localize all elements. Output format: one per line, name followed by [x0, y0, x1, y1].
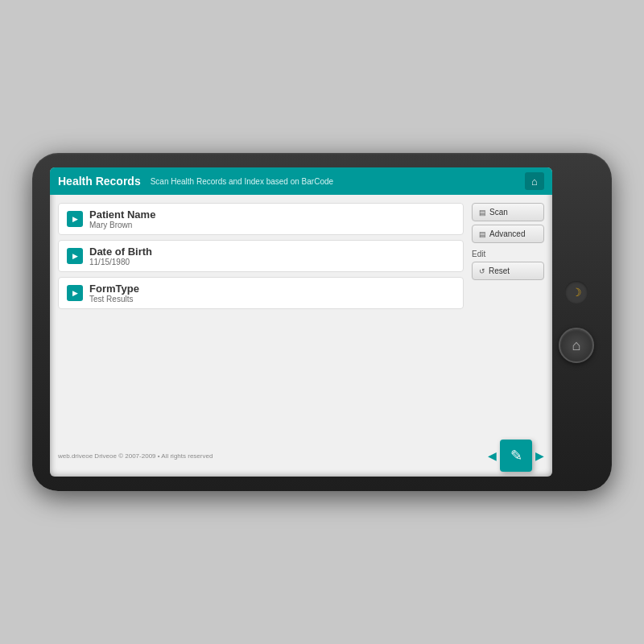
scan-thumb-icon: ✎ — [510, 447, 522, 464]
next-arrow-icon[interactable]: ▶ — [535, 449, 544, 462]
scan-thumbnail[interactable]: ✎ — [500, 440, 532, 472]
arrow-icon-dob: ▶ — [72, 252, 78, 260]
field-row-patient-name[interactable]: ▶ Patient Name Mary Brown — [58, 203, 464, 235]
moon-icon: ☽ — [572, 286, 582, 299]
patient-name-label: Patient Name — [89, 208, 155, 221]
header-home-icon: ⌂ — [531, 176, 538, 187]
dob-value: 11/15/1980 — [89, 258, 152, 266]
field-icon-patient-name: ▶ — [67, 211, 83, 227]
field-row-formtype[interactable]: ▶ FormType Test Results — [58, 277, 464, 309]
device-shell: Health Records Scan Health Records and I… — [32, 153, 612, 491]
formtype-label: FormType — [89, 283, 139, 295]
main-content: ▶ Patient Name Mary Brown ▶ Date of Birt… — [50, 195, 552, 435]
hardware-buttons: ☽ ⌂ — [552, 281, 594, 363]
field-row-dob[interactable]: ▶ Date of Birth 11/15/1980 — [58, 240, 464, 272]
patient-name-value: Mary Brown — [89, 221, 155, 229]
header-subtitle: Scan Health Records and Index based on B… — [151, 177, 525, 186]
field-text-dob: Date of Birth 11/15/1980 — [89, 246, 152, 266]
reset-button[interactable]: ↺ Reset — [472, 262, 544, 280]
brand-text: web.driveoe Driveoe © 2007-2009 • All ri… — [58, 452, 213, 460]
arrow-icon: ▶ — [72, 215, 78, 223]
prev-arrow-icon[interactable]: ◀ — [488, 449, 497, 462]
field-text-formtype: FormType Test Results — [89, 283, 139, 303]
buttons-panel: ▤ Scan ▤ Advanced Edit ↺ Reset — [472, 203, 544, 427]
reset-icon: ↺ — [479, 267, 485, 275]
footer: web.driveoe Driveoe © 2007-2009 • All ri… — [50, 435, 552, 477]
advanced-button[interactable]: ▤ Advanced — [472, 225, 544, 243]
fields-panel: ▶ Patient Name Mary Brown ▶ Date of Birt… — [58, 203, 464, 427]
scan-button[interactable]: ▤ Scan — [472, 203, 544, 221]
home-hardware-icon: ⌂ — [572, 337, 581, 354]
field-icon-formtype: ▶ — [67, 285, 83, 301]
footer-nav: ◀ ✎ ▶ — [488, 440, 544, 472]
header-home-button[interactable]: ⌂ — [525, 172, 544, 190]
field-icon-dob: ▶ — [67, 248, 83, 264]
dob-label: Date of Birth — [89, 246, 152, 258]
app-title: Health Records — [58, 175, 141, 188]
sleep-button[interactable]: ☽ — [565, 281, 588, 303]
formtype-value: Test Results — [89, 295, 139, 303]
scan-icon: ▤ — [479, 208, 486, 217]
field-text-patient-name: Patient Name Mary Brown — [89, 208, 155, 229]
screen: Health Records Scan Health Records and I… — [50, 167, 552, 477]
edit-section-label: Edit — [472, 250, 544, 258]
advanced-icon: ▤ — [479, 230, 486, 238]
arrow-icon-formtype: ▶ — [72, 289, 78, 297]
home-hardware-button[interactable]: ⌂ — [559, 328, 594, 363]
header-bar: Health Records Scan Health Records and I… — [50, 167, 552, 195]
